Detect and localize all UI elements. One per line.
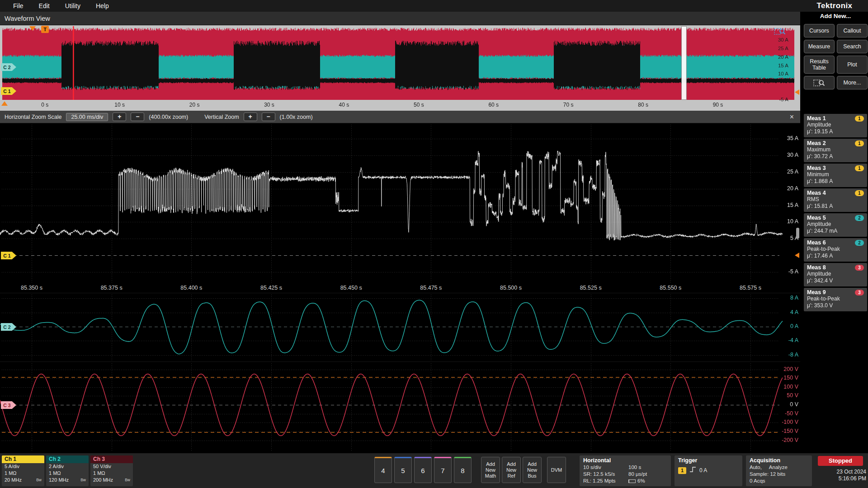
vertical-scroll-handle[interactable] [796, 228, 799, 239]
trigger-level-arrow-main[interactable] [795, 253, 799, 258]
sidebar-button-cursors[interactable]: Cursors [804, 24, 835, 38]
channel-badge-1[interactable]: Ch 15 A/div1 MΩ20 MHzBw [2, 455, 44, 486]
horizontal-zoom-in-button[interactable]: + [113, 113, 126, 121]
measurement-value: μ': 19.15 A [807, 128, 864, 135]
bandwidth-limit-tag: Bw [36, 477, 42, 483]
measurement-source-badge: 1 [855, 116, 864, 122]
main-waveform-panel[interactable]: C 1 35 A30 A25 A20 A15 A10 A5 A-5 A [0, 123, 800, 284]
acquisition-count: 0 Acqs [750, 478, 765, 484]
trigger-indicator[interactable]: T [41, 26, 49, 33]
measurement-header: Meas 31 [807, 165, 864, 171]
measurement-name: Meas 4 [807, 190, 826, 196]
close-zoom-icon[interactable]: × [790, 113, 794, 121]
measurement-card-meas-4[interactable]: Meas 41RMSμ': 15.81 A [804, 188, 867, 212]
menu-item-edit[interactable]: Edit [31, 0, 57, 12]
menu-bar: FileEditUtilityHelp Tektronix [0, 0, 868, 12]
trigger-position-marker[interactable] [29, 26, 36, 31]
overview-zoom-icon[interactable] [774, 27, 786, 38]
overview-canvas[interactable] [0, 25, 800, 111]
channel-name: Ch 2 [46, 455, 89, 463]
ch2-amplitude-label: 4 A [778, 309, 798, 315]
ch3-voltage-label: 150 V [778, 375, 798, 381]
oscilloscope-screen: FileEditUtilityHelp Tektronix Waveform V… [0, 0, 868, 488]
measurement-type: Amplitude [807, 122, 864, 128]
sidebar-button-measure[interactable]: Measure [804, 40, 835, 53]
vertical-zoom-label: Vertical Zoom [204, 114, 239, 120]
channel-button-8[interactable]: 8 [454, 457, 472, 483]
dvm-button[interactable]: DVM [547, 457, 566, 483]
trigger-panel[interactable]: Trigger10 A [675, 455, 742, 486]
channel-button-5[interactable]: 5 [394, 457, 412, 483]
horizontal-zoom-factor: (400.00x zoom) [149, 114, 188, 120]
measurement-header: Meas 21 [807, 140, 864, 146]
bottom-bar: Ch 15 A/div1 MΩ20 MHzBwCh 22 A/div1 MΩ12… [0, 453, 868, 488]
measurement-name: Meas 2 [807, 140, 826, 146]
ch3-voltage-label: 200 V [778, 366, 798, 372]
bandwidth-limit-tag: Bw [125, 477, 130, 483]
run-stop-status[interactable]: Stopped [818, 456, 863, 466]
measurement-source-badge: 3 [855, 265, 864, 271]
overview-time-label: 80 s [638, 102, 648, 108]
sidebar-button-search[interactable]: Search [837, 40, 868, 53]
horizontal-panel[interactable]: Horizontal10 s/div100 sSR: 12.5 kS/s80 μ… [580, 455, 671, 486]
sidebar-button-results-table[interactable]: Results Table [804, 56, 835, 74]
trigger-level-arrow[interactable] [795, 89, 799, 95]
measurement-card-meas-5[interactable]: Meas 52Amplitudeμ': 244.7 mA [804, 213, 867, 237]
acquisition-panel[interactable]: AcquisitionAuto,AnalyzeSample: 12 bits0 … [746, 455, 812, 486]
menu-item-file[interactable]: File [5, 0, 31, 12]
menu-item-utility[interactable]: Utility [57, 0, 88, 12]
channel-scale: 2 A/div [46, 463, 89, 470]
zoom-tool-button[interactable] [804, 76, 835, 89]
overview-time-label: 20 s [189, 102, 200, 108]
time-tick-label: 85.350 s [21, 285, 42, 291]
ch1-amplitude-label: 25 A [778, 169, 798, 175]
ch1-amplitude-label: 15 A [778, 202, 798, 208]
menu-item-help[interactable]: Help [88, 0, 117, 12]
time-tick-label: 85.500 s [500, 285, 522, 291]
ch2-canvas[interactable] [0, 293, 800, 361]
measurement-results-list: Meas 11Amplitudeμ': 19.15 AMeas 21Maximu… [804, 114, 867, 313]
channel-bandwidth: 200 MHzBw [90, 477, 133, 483]
measurement-card-meas-2[interactable]: Meas 21Maximumμ': 30.72 A [804, 139, 867, 162]
ch3-canvas[interactable] [0, 362, 800, 453]
channel-button-7[interactable]: 7 [434, 457, 452, 483]
add-new-label[interactable]: Add New... [803, 13, 868, 19]
add-new-math-button[interactable]: AddNewMath [481, 457, 500, 483]
waveform-overview[interactable]: T C 2 C 1 0 s10 s20 s30 s40 s50 s60 s70 … [0, 25, 800, 111]
measurement-card-meas-1[interactable]: Meas 11Amplitudeμ': 19.15 A [804, 114, 867, 137]
ch2-waveform-panel[interactable]: C 2 8 A4 A0 A-4 A-8 A [0, 293, 800, 361]
ch1-amplitude-label: 20 A [778, 185, 798, 192]
measurement-source-badge: 1 [855, 190, 864, 196]
more-button[interactable]: More... [837, 76, 868, 89]
measurement-card-meas-8[interactable]: Meas 83Amplitudeμ': 342.4 V [804, 263, 867, 286]
measurement-card-meas-3[interactable]: Meas 31Minimumμ': 1.868 A [804, 164, 867, 187]
vertical-zoom-in-button[interactable]: + [244, 113, 257, 121]
horizontal-zoom-scale-value[interactable]: 25.00 ms/div [66, 113, 108, 121]
add-new-ref-button[interactable]: AddNewRef [502, 457, 521, 483]
channel-badge-2[interactable]: Ch 22 A/div1 MΩ120 MHzBw [46, 455, 89, 486]
horizontal-zoom-out-button[interactable]: − [131, 113, 144, 121]
trigger-source-badge: 1 [678, 467, 686, 474]
sidebar-button-callout[interactable]: Callout [837, 24, 868, 38]
ch3-voltage-label: -50 V [778, 410, 798, 417]
channel-button-6[interactable]: 6 [414, 457, 432, 483]
overview-time-label: 70 s [563, 102, 574, 108]
time-tick-label: 85.450 s [340, 285, 362, 291]
sidebar-button-plot[interactable]: Plot [837, 56, 868, 74]
time-tick-label: 85.525 s [580, 285, 602, 291]
ch2-amplitude-label: -8 A [778, 352, 798, 358]
measurement-card-meas-9[interactable]: Meas 93Peak-to-Peakμ': 353.0 V [804, 288, 867, 311]
overview-amplitude-label: -5 A [765, 97, 788, 102]
measurement-name: Meas 8 [807, 264, 826, 271]
ch3-waveform-panel[interactable]: C 3 200 V150 V100 V50 V0 V-50 V-100 V-15… [0, 361, 800, 453]
vertical-zoom-out-button[interactable]: − [262, 113, 275, 121]
channel-badge-3[interactable]: Ch 350 V/div1 MΩ200 MHzBw [90, 455, 133, 486]
ch1-zoom-canvas[interactable] [0, 123, 800, 284]
horizontal-scale: 10 s/div [583, 464, 628, 471]
add-new-bus-button[interactable]: AddNewBus [523, 457, 542, 483]
channel-button-4[interactable]: 4 [374, 457, 392, 483]
trigger-level-marker[interactable] [1, 101, 8, 106]
measurement-card-meas-6[interactable]: Meas 62Peak-to-Peakμ': 17.46 A [804, 238, 867, 262]
measurement-value: μ': 30.72 A [807, 153, 864, 160]
ch1-amplitude-label: -5 A [778, 268, 798, 275]
